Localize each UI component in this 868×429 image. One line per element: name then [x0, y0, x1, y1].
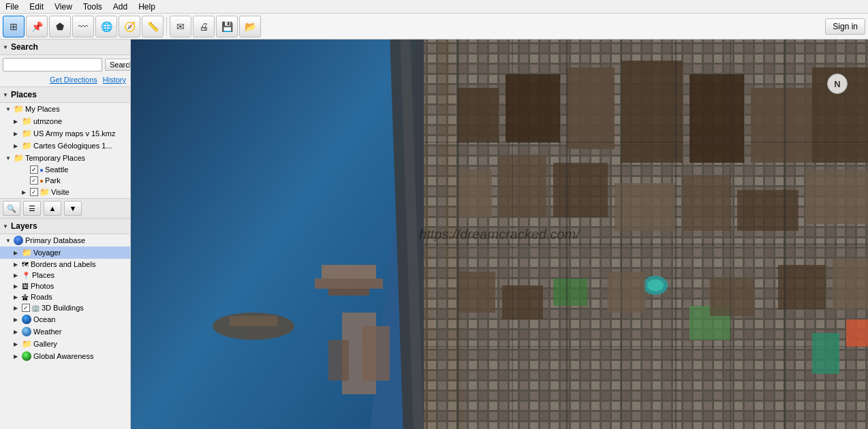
utmzone-expand-icon: ▶ [14, 118, 20, 125]
layer-3d-buildings[interactable]: ▶ ✓ 🏢 3D Buildings [0, 302, 130, 313]
us-army-folder-icon: 📁 [22, 129, 32, 138]
layer-borders[interactable]: ▶ 🗺 Borders and Labels [0, 259, 130, 270]
3d-buildings-checkbox[interactable]: ✓ [22, 304, 30, 312]
places-park[interactable]: ✓ ● Park [0, 175, 130, 186]
cartes-geo-folder-icon: 📁 [22, 141, 32, 150]
layer-roads[interactable]: ▶ 🛣 Roads [0, 291, 130, 302]
print-button[interactable]: 🖨 [193, 16, 215, 37]
layers-header[interactable]: ▼ Layers [0, 219, 130, 234]
open-button[interactable]: 📂 [239, 16, 261, 37]
north-indicator: N [827, 74, 848, 94]
menu-help[interactable]: Help [136, 2, 158, 12]
street-view-button[interactable]: 🧭 [119, 16, 140, 37]
search-button[interactable]: Search [105, 59, 131, 71]
layer-weather[interactable]: ▶ Weather [0, 325, 130, 338]
svg-rect-19 [506, 74, 560, 142]
global-expand-icon: ▶ [14, 353, 20, 360]
svg-rect-29 [683, 176, 730, 231]
history-link[interactable]: History [103, 76, 126, 84]
search-label: Search [11, 42, 38, 52]
svg-rect-26 [499, 156, 546, 217]
global-sphere-icon [22, 351, 31, 361]
gallery-expand-icon: ▶ [14, 341, 20, 347]
places-us-army[interactable]: ▶ 📁 US Army maps v 15.kmz [0, 127, 130, 140]
seattle-dot-icon: ● [40, 166, 44, 174]
roads-label: Roads [31, 293, 52, 301]
photos-expand-icon: ▶ [14, 283, 20, 289]
save-button[interactable]: 💾 [216, 16, 238, 37]
layer-ocean[interactable]: ▶ Ocean [0, 313, 130, 325]
places-seattle[interactable]: ✓ ● Seattle [0, 164, 130, 175]
overlay-button[interactable]: 🌐 [95, 16, 117, 37]
svg-rect-53 [812, 333, 839, 374]
places-up-button[interactable]: ▲ [44, 201, 61, 216]
places-utmzone[interactable]: ▶ 📁 utmzone [0, 115, 130, 127]
svg-rect-27 [553, 163, 608, 217]
places-my-places[interactable]: ▼ 📁 My Places [0, 103, 130, 115]
main-content: ▼ Search Search Get Directions History ▼… [0, 39, 868, 429]
seattle-label: Seattle [45, 165, 68, 174]
svg-rect-22 [689, 74, 744, 163]
places-cartes-geo[interactable]: ▶ 📁 Cartes Géologiques 1... [0, 140, 130, 152]
photos-label: Photos [31, 282, 54, 290]
visite-label: Visite [51, 188, 69, 196]
cartes-geo-label: Cartes Géologiques 1... [33, 142, 112, 150]
places-down-button[interactable]: ▼ [64, 201, 82, 216]
ocean-label: Ocean [33, 315, 55, 323]
get-directions-link[interactable]: Get Directions [50, 76, 97, 84]
svg-rect-30 [737, 190, 799, 231]
search-input[interactable] [3, 58, 102, 72]
svg-rect-20 [567, 67, 615, 149]
email-button[interactable]: ✉ [170, 16, 191, 37]
layer-primary-db[interactable]: ▼ Primary Database [0, 234, 130, 247]
ocean-expand-icon: ▶ [14, 317, 20, 323]
toggle-sidebar-button[interactable]: ⊞ [3, 16, 25, 37]
svg-rect-52 [846, 319, 868, 347]
park-expand-icon [22, 178, 29, 184]
places-search-button[interactable]: 🔍 [3, 201, 20, 216]
menu-edit[interactable]: Edit [27, 2, 46, 12]
menu-file[interactable]: File [3, 2, 21, 12]
layer-voyager[interactable]: ▶ 📁 Voyager [0, 247, 130, 259]
places-toolbar: 🔍 ☰ ▲ ▼ [0, 199, 130, 219]
ruler-button[interactable]: 📏 [142, 16, 164, 37]
menu-add[interactable]: Add [110, 2, 130, 12]
svg-rect-7 [315, 279, 383, 289]
seattle-checkbox[interactable]: ✓ [30, 165, 38, 174]
svg-rect-25 [458, 170, 492, 217]
visite-expand-icon: ▶ [22, 189, 29, 195]
search-header[interactable]: ▼ Search [0, 39, 130, 55]
path-button[interactable]: 〰 [72, 16, 94, 37]
menu-tools[interactable]: Tools [80, 2, 105, 12]
placemark-button[interactable]: 📌 [26, 16, 48, 37]
places-header[interactable]: ▼ Places [0, 87, 130, 103]
menu-view[interactable]: View [52, 2, 75, 12]
layer-photos[interactable]: ▶ 🖼 Photos [0, 281, 130, 291]
places-label: Places [11, 90, 37, 99]
primary-db-label: Primary Database [25, 236, 85, 244]
toolbar: ⊞ 📌 ⬟ 〰 🌐 🧭 📏 ✉ 🖨 💾 📂 Sign in [0, 14, 868, 39]
map-area[interactable]: https://dreamcracked.com/ N [131, 39, 868, 429]
temporary-expand-icon: ▼ [5, 155, 12, 161]
roads-icon: 🛣 [22, 293, 29, 301]
layer-gallery[interactable]: ▶ 📁 Gallery [0, 338, 130, 350]
visite-checkbox[interactable]: ✓ [30, 188, 38, 196]
places-list-button[interactable]: ☰ [23, 201, 41, 216]
park-checkbox[interactable]: ✓ [30, 176, 38, 185]
layer-places[interactable]: ▶ 📍 Places [0, 270, 130, 281]
svg-rect-39 [710, 279, 754, 316]
layer-global-awareness[interactable]: ▶ Global Awareness [0, 350, 130, 362]
places-temporary[interactable]: ▼ 📁 Temporary Places [0, 152, 130, 164]
borders-expand-icon: ▶ [14, 261, 20, 268]
my-places-expand-icon: ▼ [5, 106, 12, 112]
svg-rect-37 [502, 285, 543, 319]
svg-rect-21 [621, 61, 683, 163]
my-places-label: My Places [25, 105, 60, 113]
svg-rect-6 [322, 265, 376, 279]
svg-rect-41 [833, 258, 868, 309]
sign-in-button[interactable]: Sign in [825, 18, 865, 35]
polygon-button[interactable]: ⬟ [49, 16, 71, 37]
svg-rect-32 [553, 279, 587, 306]
places-visite[interactable]: ▶ ✓ 📁 Visite [0, 186, 130, 198]
weather-sphere-icon [22, 327, 31, 336]
